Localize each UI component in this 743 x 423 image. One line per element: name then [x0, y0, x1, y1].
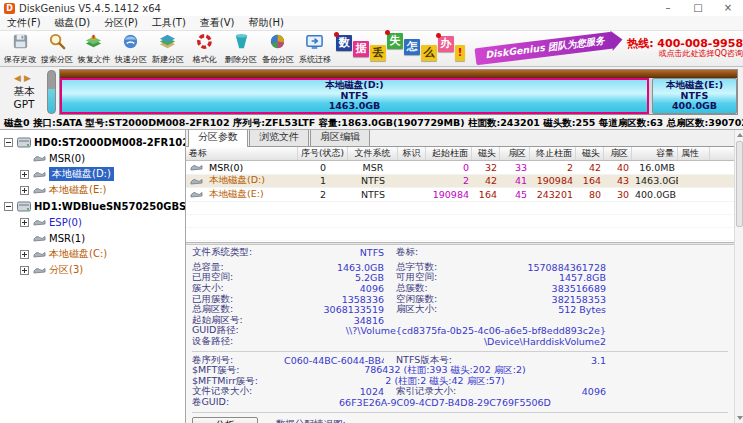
disk-icon [17, 201, 31, 212]
partition-tree: HD0:ST2000DM008-2FR102(1863GB) MSR(0) 本地… [0, 130, 186, 423]
format-button[interactable]: 格式化 [186, 32, 223, 66]
col-capacity[interactable]: 容量 [632, 147, 678, 160]
quick-partition-button[interactable]: 快速分区 [112, 32, 149, 66]
table-row[interactable]: 本地磁盘(E:) 2 NTFS 190984 164 45 243201 80 … [186, 188, 734, 202]
banner-tile: 丢 [370, 45, 386, 61]
system-migration-button[interactable]: 系统迁移 [296, 32, 333, 66]
table-row[interactable]: MSR(0) 0 MSR 0 32 33 2 42 40 16.0MB [186, 161, 734, 175]
save-icon [11, 32, 30, 53]
table-header: 卷标 序号(状态) 文件系统 标识 起始柱面 磁头 扇区 终止柱面 磁头 扇区 … [186, 147, 734, 161]
expand-icon[interactable] [20, 170, 29, 179]
disk-bar-area: ◀▶ 基本 GPT 本地磁盘(D:) NTFS 1463.0GB 本地磁盘(E:… [0, 67, 743, 117]
tree-item-disk-c[interactable]: 本地磁盘(C:) [0, 246, 185, 262]
tab-partition-params[interactable]: 分区参数 [188, 130, 248, 147]
close-icon[interactable]: × [713, 0, 743, 16]
col-end-sector[interactable]: 扇区 [604, 147, 632, 160]
col-end-cylinder[interactable]: 终止柱面 [530, 147, 576, 160]
partition-icon [33, 218, 46, 226]
hotline-qq-link[interactable]: 或点击此处选择QQ咨询 [627, 50, 743, 59]
partition-details: 文件系统类型: NTFS 卷标: 总容量: 1463.0GB 总字节数: 157… [186, 245, 734, 423]
col-filesystem[interactable]: 文件系统 [348, 147, 398, 160]
banner-ribbon[interactable]: DiskGenius 团队为您服务 [475, 32, 614, 66]
col-index-status[interactable]: 序号(状态) [298, 147, 348, 160]
delete-partition-button[interactable]: 删除分区 [223, 32, 260, 66]
maximize-icon[interactable]: □ [683, 0, 713, 16]
partition-icon [33, 250, 46, 258]
next-disk-icon[interactable]: ▶ [24, 73, 34, 83]
disk-icon [17, 137, 31, 148]
partition-block-e[interactable]: 本地磁盘(E:) NTFS 400.0GB [652, 78, 737, 114]
promo-banner[interactable]: 数 据 丢 失 怎 么 办 ! DiskGenius 团队为您服务 热线: 40… [335, 38, 743, 59]
recover-icon [84, 32, 103, 53]
expand-icon[interactable] [20, 250, 29, 259]
banner-tile: 怎 [404, 39, 420, 55]
expand-icon[interactable] [20, 218, 29, 227]
delete-partition-icon [232, 32, 251, 53]
partition-capacity: 1463.0GB [329, 101, 381, 112]
banner-tile: ! [455, 45, 465, 61]
right-panel: 分区参数 浏览文件 扇区编辑 卷标 序号(状态) 文件系统 标识 起始柱面 磁头… [186, 130, 734, 423]
partition-icon [33, 170, 46, 178]
minimize-icon[interactable]: – [653, 0, 683, 16]
disk-nav: ◀▶ 基本 GPT [2, 73, 46, 111]
analyze-button[interactable]: 分析 [192, 417, 258, 423]
allocation-map-label: 数据分配情况图: [276, 418, 346, 423]
banner-tile: 失 [387, 33, 403, 49]
tab-sector-edit[interactable]: 扇区编辑 [310, 130, 370, 146]
tab-bar: 分区参数 浏览文件 扇区编辑 [186, 130, 734, 147]
tree-item-esp0[interactable]: ESP(0) [0, 214, 185, 230]
banner-tile: 办 [438, 36, 454, 52]
menu-disk[interactable]: 磁盘(D) [48, 16, 98, 30]
col-start-head[interactable]: 磁头 [472, 147, 500, 160]
new-partition-button[interactable]: 新建分区 [149, 32, 186, 66]
tab-browse-files[interactable]: 浏览文件 [249, 130, 309, 146]
search-partition-button[interactable]: 搜索分区 [39, 32, 76, 66]
disk-band [60, 70, 737, 78]
collapse-icon[interactable] [4, 138, 13, 147]
partition-icon [33, 266, 46, 274]
col-flag[interactable]: 标识 [398, 147, 426, 160]
tree-item-disk-e[interactable]: 本地磁盘(E:) [0, 182, 185, 198]
tree-item-partition3[interactable]: 分区(3) [0, 262, 185, 278]
col-end-head[interactable]: 磁头 [576, 147, 604, 160]
table-row-selected[interactable]: 本地磁盘(D:) 1 NTFS 2 42 41 190984 164 43 14… [186, 175, 734, 189]
menu-view[interactable]: 查看(V) [193, 16, 242, 30]
col-start-cylinder[interactable]: 起始柱面 [426, 147, 472, 160]
menu-bar: 文件(F) 磁盘(D) 分区(P) 工具(T) 查看(V) 帮助(H) [0, 16, 743, 31]
scroll-up-icon[interactable] [735, 130, 743, 140]
tree-item-msr0[interactable]: MSR(0) [0, 150, 185, 166]
prev-disk-icon[interactable]: ◀ [14, 73, 24, 83]
toolbar: 保存更改 搜索分区 恢复文件 快速分区 新建分区 格式化 删除分区 备份分区 系… [0, 31, 743, 67]
tree-item-msr1[interactable]: MSR(1) [0, 230, 185, 246]
col-start-sector[interactable]: 扇区 [500, 147, 530, 160]
tree-item-disk-d[interactable]: 本地磁盘(D:) [0, 166, 185, 182]
expand-icon[interactable] [20, 186, 29, 195]
scroll-down-icon[interactable] [735, 413, 743, 423]
menu-help[interactable]: 帮助(H) [242, 16, 291, 30]
banner-tile: 么 [421, 45, 437, 61]
vertical-scrollbar[interactable] [734, 130, 743, 423]
recover-files-button[interactable]: 恢复文件 [76, 32, 113, 66]
window-title: DiskGenius V5.4.5.1412 x64 [19, 3, 653, 14]
col-volume-label[interactable]: 卷标 [186, 147, 298, 160]
new-partition-icon [158, 32, 177, 53]
menu-partition[interactable]: 分区(P) [97, 16, 145, 30]
collapse-icon[interactable] [4, 202, 13, 211]
menu-tools[interactable]: 工具(T) [145, 16, 193, 30]
scroll-thumb[interactable] [736, 141, 743, 227]
save-changes-button[interactable]: 保存更改 [2, 32, 39, 66]
section-divider [192, 412, 728, 413]
expand-icon[interactable] [20, 266, 29, 275]
partition-block-d[interactable]: 本地磁盘(D:) NTFS 1463.0GB [60, 78, 649, 114]
title-bar: D DiskGenius V5.4.5.1412 x64 – □ × [0, 0, 743, 16]
tree-item-hd0[interactable]: HD0:ST2000DM008-2FR102(1863GB) [0, 134, 185, 150]
detail-label: 文件系统类型: [192, 246, 284, 259]
banner-tile: 据 [353, 41, 369, 57]
menu-file[interactable]: 文件(F) [0, 16, 48, 30]
disk-scroll-indicator[interactable] [47, 70, 56, 114]
col-attributes[interactable]: 属性 [678, 147, 710, 160]
tree-item-hd1[interactable]: HD1:WDBlueSN570250GBSSD(233GB) [0, 198, 185, 214]
backup-partition-button[interactable]: 备份分区 [259, 32, 296, 66]
section-divider [192, 351, 728, 352]
format-icon [195, 32, 214, 53]
